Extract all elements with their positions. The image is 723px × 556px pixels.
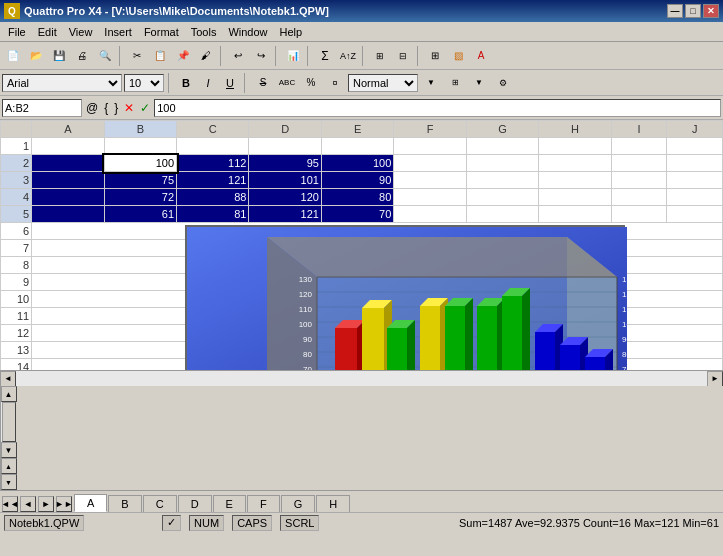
menu-help[interactable]: Help [274, 24, 309, 40]
extra-fmt-button[interactable]: ▼ [468, 72, 490, 94]
cell-D1[interactable] [249, 138, 321, 155]
currency-button[interactable]: ¤ [324, 72, 346, 94]
cell-A1[interactable] [32, 138, 104, 155]
sheet-tab-F[interactable]: F [247, 495, 280, 512]
cell-I3[interactable] [611, 172, 667, 189]
cell-C4[interactable]: 88 [177, 189, 249, 206]
save-button[interactable]: 💾 [48, 45, 70, 67]
cell-J2[interactable] [667, 155, 723, 172]
cell-I5[interactable] [611, 206, 667, 223]
sort-asc-button[interactable]: A↑Z [337, 45, 359, 67]
strikethrough-button[interactable]: S [252, 72, 274, 94]
cell-E4[interactable]: 80 [321, 189, 393, 206]
cell-B5[interactable]: 61 [104, 206, 176, 223]
named-style-button[interactable]: ⊞ [444, 72, 466, 94]
cell-H3[interactable] [539, 172, 611, 189]
vertical-scrollbar[interactable]: ▲ ▼ ▲ ▼ [0, 386, 16, 490]
cell-B4[interactable]: 72 [104, 189, 176, 206]
menu-format[interactable]: Format [138, 24, 185, 40]
cell-D5[interactable]: 121 [249, 206, 321, 223]
function-close-icon[interactable]: } [112, 101, 120, 115]
undo-button[interactable]: ↩ [227, 45, 249, 67]
sheet-tab-B[interactable]: B [108, 495, 141, 512]
sheet-tab-C[interactable]: C [143, 495, 177, 512]
italic-button[interactable]: I [198, 74, 218, 92]
insert-row-button[interactable]: ⊞ [369, 45, 391, 67]
hscroll-left-button[interactable]: ◄ [0, 371, 16, 387]
cell-F3[interactable] [394, 172, 466, 189]
cell-B2[interactable]: 100 [104, 155, 176, 172]
cell-J3[interactable] [667, 172, 723, 189]
col-header-G[interactable]: G [466, 121, 538, 138]
cell-style-select[interactable]: Normal [348, 74, 418, 92]
style-options-button[interactable]: ▼ [420, 72, 442, 94]
cell-D3[interactable]: 101 [249, 172, 321, 189]
cell-B3[interactable]: 75 [104, 172, 176, 189]
vscroll-thumb[interactable] [2, 402, 16, 442]
fill-color-button[interactable]: ▧ [447, 45, 469, 67]
minimize-button[interactable]: — [667, 4, 683, 18]
col-header-H[interactable]: H [539, 121, 611, 138]
cell-G4[interactable] [466, 189, 538, 206]
format-painter-button[interactable]: 🖌 [195, 45, 217, 67]
close-button[interactable]: ✕ [703, 4, 719, 18]
maximize-button[interactable]: □ [685, 4, 701, 18]
cell-F2[interactable] [394, 155, 466, 172]
hscroll-right-button[interactable]: ► [707, 371, 723, 387]
cell-H2[interactable] [539, 155, 611, 172]
tab-nav-last[interactable]: ►► [56, 496, 72, 512]
cell-F1[interactable] [394, 138, 466, 155]
function-open-icon[interactable]: { [102, 101, 110, 115]
cell-J4[interactable] [667, 189, 723, 206]
print-button[interactable]: 🖨 [71, 45, 93, 67]
cell-H1[interactable] [539, 138, 611, 155]
hscroll-track[interactable] [16, 371, 707, 386]
cell-C2[interactable]: 112 [177, 155, 249, 172]
confirm-entry-icon[interactable]: ✓ [138, 101, 152, 115]
delete-row-button[interactable]: ⊟ [392, 45, 414, 67]
cell-E3[interactable]: 90 [321, 172, 393, 189]
cell-C1[interactable] [177, 138, 249, 155]
paste-button[interactable]: 📌 [172, 45, 194, 67]
cell-C3[interactable]: 121 [177, 172, 249, 189]
cell-E5[interactable]: 70 [321, 206, 393, 223]
chart-area[interactable]: 130 120 110 100 90 80 70 60 130 120 110 … [185, 225, 625, 370]
properties-button[interactable]: ⚙ [492, 72, 514, 94]
cell-G2[interactable] [466, 155, 538, 172]
cut-button[interactable]: ✂ [126, 45, 148, 67]
cell-I4[interactable] [611, 189, 667, 206]
cell-J5[interactable] [667, 206, 723, 223]
tab-nav-first[interactable]: ◄◄ [2, 496, 18, 512]
open-button[interactable]: 📂 [25, 45, 47, 67]
formula-input[interactable] [154, 99, 721, 117]
chart-button[interactable]: 📊 [282, 45, 304, 67]
menu-window[interactable]: Window [222, 24, 273, 40]
cell-F5[interactable] [394, 206, 466, 223]
col-header-B[interactable]: B [104, 121, 176, 138]
cell-H5[interactable] [539, 206, 611, 223]
menu-insert[interactable]: Insert [98, 24, 138, 40]
abc-button[interactable]: ABC [276, 72, 298, 94]
sheet-tab-A[interactable]: A [74, 494, 107, 512]
sum-button[interactable]: Σ [314, 45, 336, 67]
font-size-select[interactable]: 10 [124, 74, 164, 92]
vscroll-extra-up[interactable]: ▲ [1, 458, 17, 474]
col-header-C[interactable]: C [177, 121, 249, 138]
cell-G5[interactable] [466, 206, 538, 223]
cell-J1[interactable] [667, 138, 723, 155]
cell-F4[interactable] [394, 189, 466, 206]
cell-E1[interactable] [321, 138, 393, 155]
col-header-F[interactable]: F [394, 121, 466, 138]
redo-button[interactable]: ↪ [250, 45, 272, 67]
vscroll-track[interactable] [1, 402, 16, 442]
menu-edit[interactable]: Edit [32, 24, 63, 40]
cell-E2[interactable]: 100 [321, 155, 393, 172]
cell-G3[interactable] [466, 172, 538, 189]
borders-button[interactable]: ⊞ [424, 45, 446, 67]
tab-nav-prev[interactable]: ◄ [20, 496, 36, 512]
cell-I2[interactable] [611, 155, 667, 172]
cell-D2[interactable]: 95 [249, 155, 321, 172]
cell-B1[interactable] [104, 138, 176, 155]
vscroll-down-button[interactable]: ▼ [1, 442, 17, 458]
menu-file[interactable]: File [2, 24, 32, 40]
